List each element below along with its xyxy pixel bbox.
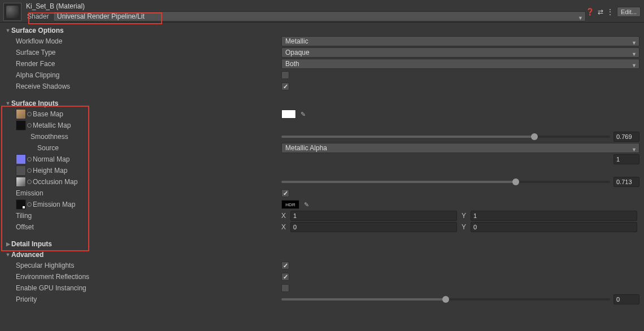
gpu-instancing-label: Enable GPU Instancing — [16, 284, 86, 292]
emission-label: Emission — [16, 189, 43, 197]
eyedropper-icon[interactable]: ✎ — [298, 110, 307, 119]
alpha-clipping-label: Alpha Clipping — [16, 71, 59, 79]
base-map-texture-slot[interactable] — [16, 109, 26, 119]
render-face-label: Render Face — [16, 60, 55, 68]
occlusion-field[interactable] — [613, 177, 639, 187]
foldout-icon: ▼ — [5, 28, 11, 33]
foldout-icon: ▶ — [5, 241, 11, 247]
source-label: Source — [37, 144, 59, 152]
priority-field[interactable] — [613, 294, 639, 304]
env-reflections-label: Environment Reflections — [16, 273, 89, 281]
emission-checkbox[interactable] — [281, 189, 289, 197]
section-title: Surface Inputs — [11, 99, 58, 107]
shader-dropdown[interactable]: Universal Render Pipeline/Lit ▼ — [53, 11, 586, 21]
smoothness-field[interactable] — [613, 132, 639, 142]
slider-thumb[interactable] — [442, 296, 449, 303]
preset-icon[interactable]: ⇄ — [598, 8, 603, 16]
specular-highlights-label: Specular Highlights — [16, 262, 74, 269]
metallic-map-texture-slot[interactable] — [16, 120, 26, 130]
emission-map-label: Emission Map — [33, 201, 75, 208]
surface-type-label: Surface Type — [16, 49, 56, 56]
section-advanced[interactable]: ▼ Advanced — [5, 249, 639, 260]
foldout-icon: ▼ — [5, 252, 11, 258]
texture-picker-icon[interactable] — [27, 180, 32, 184]
env-reflections-checkbox[interactable] — [281, 273, 289, 281]
x-label: X — [281, 223, 288, 231]
offset-x-field[interactable] — [290, 222, 457, 232]
normal-map-texture-slot[interactable] — [16, 154, 26, 164]
x-label: X — [281, 212, 288, 220]
workflow-mode-dropdown[interactable]: Metallic▼ — [281, 36, 639, 46]
edit-button[interactable]: Edit... — [617, 7, 641, 17]
emission-map-texture-slot[interactable] — [16, 199, 26, 210]
metallic-map-label: Metallic Map — [33, 121, 71, 129]
help-icon[interactable]: ❓ — [586, 8, 594, 16]
material-header: Ki_Set_B (Material) Shader Universal Ren… — [0, 0, 644, 23]
source-dropdown[interactable]: Metallic Alpha▼ — [281, 143, 639, 153]
height-map-texture-slot[interactable] — [16, 166, 26, 176]
foldout-icon: ▼ — [5, 101, 11, 106]
tiling-y-field[interactable] — [471, 211, 637, 221]
section-title: Advanced — [11, 251, 43, 259]
section-detail-inputs[interactable]: ▶ Detail Inputs — [5, 238, 639, 249]
texture-picker-icon[interactable] — [27, 157, 32, 162]
eyedropper-icon[interactable]: ✎ — [302, 200, 311, 209]
smoothness-label: Smoothness — [31, 133, 68, 141]
shader-label: Shader — [25, 12, 53, 20]
priority-slider[interactable] — [281, 298, 610, 300]
dropdown-arrow-icon: ▼ — [578, 14, 583, 23]
occlusion-map-label: Occlusion Map — [33, 178, 77, 186]
workflow-mode-label: Workflow Mode — [16, 37, 62, 45]
priority-label: Priority — [16, 295, 37, 303]
alpha-clipping-checkbox[interactable] — [281, 71, 289, 79]
section-title: Detail Inputs — [11, 240, 52, 248]
material-preview-thumb[interactable] — [3, 3, 21, 21]
receive-shadows-checkbox[interactable] — [281, 82, 289, 90]
texture-picker-icon[interactable] — [27, 202, 32, 207]
section-title: Surface Options — [11, 27, 64, 34]
base-map-label: Base Map — [33, 110, 63, 118]
occlusion-map-texture-slot[interactable] — [16, 177, 26, 187]
occlusion-slider[interactable] — [281, 181, 610, 183]
section-surface-options[interactable]: ▼ Surface Options — [5, 25, 639, 36]
y-label: Y — [462, 223, 468, 231]
specular-highlights-checkbox[interactable] — [281, 262, 289, 269]
emission-color-swatch[interactable]: HDR — [281, 200, 299, 209]
surface-type-dropdown[interactable]: Opaque▼ — [281, 47, 639, 58]
height-map-label: Height Map — [33, 167, 67, 175]
material-title: Ki_Set_B (Material) — [25, 2, 586, 10]
shader-value: Universal Render Pipeline/Lit — [57, 12, 145, 20]
section-surface-inputs[interactable]: ▼ Surface Inputs — [5, 98, 639, 108]
normal-strength-field[interactable] — [613, 154, 639, 164]
smoothness-slider[interactable] — [281, 136, 610, 138]
slider-thumb[interactable] — [512, 178, 519, 185]
normal-map-label: Normal Map — [33, 155, 69, 163]
menu-icon[interactable]: ⋮ — [607, 8, 613, 16]
texture-picker-icon[interactable] — [27, 168, 32, 173]
render-face-dropdown[interactable]: Both▼ — [281, 59, 639, 69]
base-map-color-swatch[interactable] — [281, 110, 296, 119]
gpu-instancing-checkbox[interactable] — [281, 284, 289, 292]
texture-picker-icon[interactable] — [27, 123, 32, 128]
y-label: Y — [462, 212, 468, 220]
slider-thumb[interactable] — [531, 133, 538, 140]
offset-y-field[interactable] — [471, 222, 637, 232]
receive-shadows-label: Receive Shadows — [16, 82, 70, 90]
offset-label: Offset — [16, 223, 34, 231]
tiling-label: Tiling — [16, 212, 32, 220]
tiling-x-field[interactable] — [290, 211, 457, 221]
texture-picker-icon[interactable] — [27, 112, 32, 116]
